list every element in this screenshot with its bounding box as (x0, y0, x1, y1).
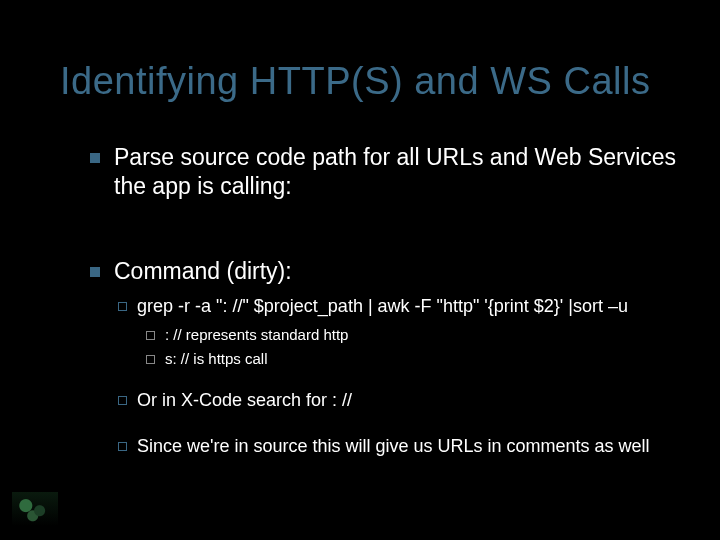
hollow-square-bullet-icon (146, 331, 155, 340)
bullet-level-3: s: // is https call (146, 349, 680, 369)
slide: Identifying HTTP(S) and WS Calls Parse s… (0, 0, 720, 540)
bullet-text: Command (dirty): (114, 257, 292, 286)
square-bullet-icon (90, 267, 100, 277)
hollow-square-bullet-icon (118, 396, 127, 405)
bullet-level-2: Or in X-Code search for : // (118, 389, 680, 412)
bullet-text: Parse source code path for all URLs and … (114, 143, 680, 201)
hollow-square-bullet-icon (146, 355, 155, 364)
bullet-text: Since we're in source this will give us … (137, 435, 650, 458)
slide-content: Parse source code path for all URLs and … (90, 143, 680, 458)
bullet-level-2: grep -r -a ": //" $project_path | awk -F… (118, 295, 680, 318)
bullet-level-3: : // represents standard http (146, 325, 680, 345)
bullet-level-1: Command (dirty): (90, 257, 680, 286)
decorative-thumbnail-icon (12, 492, 58, 526)
square-bullet-icon (90, 153, 100, 163)
hollow-square-bullet-icon (118, 442, 127, 451)
bullet-text: grep -r -a ": //" $project_path | awk -F… (137, 295, 628, 318)
bullet-level-1: Parse source code path for all URLs and … (90, 143, 680, 201)
bullet-text: s: // is https call (165, 349, 268, 369)
hollow-square-bullet-icon (118, 302, 127, 311)
bullet-text: Or in X-Code search for : // (137, 389, 352, 412)
bullet-level-2: Since we're in source this will give us … (118, 435, 680, 458)
bullet-text: : // represents standard http (165, 325, 348, 345)
slide-title: Identifying HTTP(S) and WS Calls (60, 60, 680, 103)
